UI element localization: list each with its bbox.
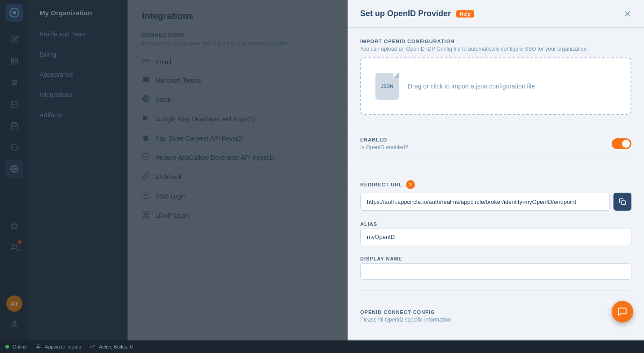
divider-3 — [360, 291, 631, 291]
redirect-url-section: REDIRECT URL ? — [360, 180, 631, 211]
modal-footer: Save — [348, 339, 644, 340]
enabled-info: ENABLED Is OpenID enabled? — [360, 137, 408, 150]
enabled-desc: Is OpenID enabled? — [360, 144, 408, 150]
enabled-section: ENABLED Is OpenID enabled? — [360, 137, 631, 158]
json-file-icon: JSON — [375, 73, 399, 100]
import-desc: You can upload an OpenID IDP Config file… — [360, 46, 631, 52]
modal-title: Set up OpenID Provider — [360, 9, 451, 18]
display-name-input[interactable] — [360, 263, 631, 280]
svg-point-28 — [37, 345, 39, 347]
modal-overlay: Set up OpenID Provider Help ✕ IMPORT OPE… — [0, 0, 644, 340]
enabled-row: ENABLED Is OpenID enabled? — [360, 137, 631, 158]
copy-url-button[interactable] — [613, 193, 631, 211]
alias-input[interactable] — [360, 229, 631, 245]
team-status: Appcircle Teams — [36, 344, 81, 349]
url-input-row — [360, 193, 631, 211]
display-name-label: DISPLAY NAME — [360, 256, 631, 261]
import-section: IMPORT OPENID CONFIGURATION You can uplo… — [360, 39, 631, 115]
openid-config-desc: Please fill OpenID specific information — [360, 317, 631, 323]
redirect-help-icon[interactable]: ? — [406, 180, 415, 189]
team-label: Appcircle Teams — [45, 344, 81, 349]
divider-2 — [360, 169, 631, 169]
builds-label: Active Builds: 0 — [99, 344, 132, 349]
redirect-label: REDIRECT URL — [360, 182, 402, 187]
enabled-toggle[interactable] — [612, 138, 631, 149]
builds-status: Active Builds: 0 — [90, 344, 132, 349]
status-bar: Online Appcircle Teams Active Builds: 0 — [0, 340, 644, 353]
modal-close-button[interactable]: ✕ — [624, 9, 631, 18]
modal-header: Set up OpenID Provider Help ✕ — [348, 0, 644, 28]
online-status: Online — [5, 344, 27, 349]
openid-config-label: OPENID CONNECT CONFIG — [360, 309, 631, 315]
svg-rect-27 — [622, 201, 626, 205]
redirect-url-input[interactable] — [360, 193, 610, 211]
json-drop-text: Drag or click to import a json configura… — [408, 83, 535, 90]
import-label: IMPORT OPENID CONFIGURATION — [360, 39, 631, 44]
modal-panel: Set up OpenID Provider Help ✕ IMPORT OPE… — [348, 0, 644, 340]
alias-section: ALIAS — [360, 221, 631, 245]
modal-body: IMPORT OPENID CONFIGURATION You can uplo… — [348, 28, 644, 339]
modal-title-area: Set up OpenID Provider Help — [360, 9, 474, 18]
display-name-section: DISPLAY NAME — [360, 256, 631, 280]
enabled-label: ENABLED — [360, 137, 408, 142]
online-dot — [5, 345, 9, 349]
openid-config-section: OPENID CONNECT CONFIG Please fill OpenID… — [360, 302, 631, 328]
divider-1 — [360, 126, 631, 126]
help-badge[interactable]: Help — [456, 10, 474, 18]
alias-label: ALIAS — [360, 221, 631, 227]
online-label: Online — [13, 344, 27, 349]
json-drop-area[interactable]: JSON Drag or click to import a json conf… — [360, 57, 631, 115]
chat-fab-button[interactable] — [612, 301, 633, 322]
redirect-label-row: REDIRECT URL ? — [360, 180, 631, 189]
